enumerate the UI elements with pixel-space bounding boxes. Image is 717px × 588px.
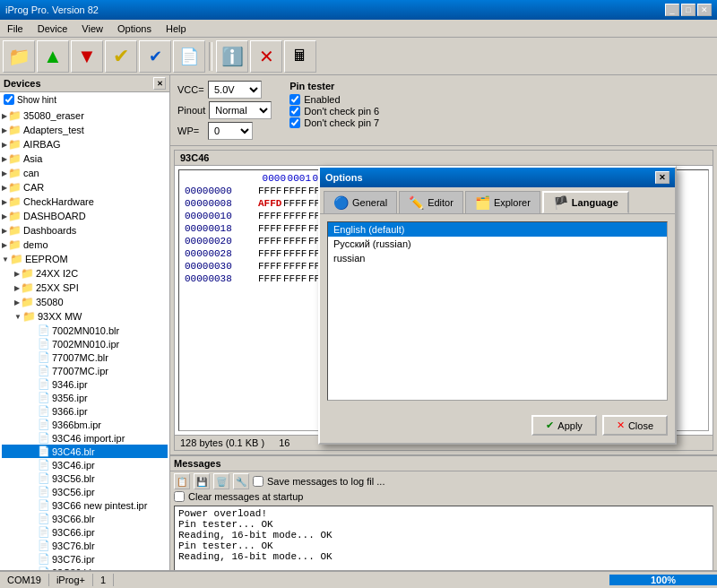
dialog-overlay: Options ✕ 🔵 General ✏️ Editor 🗂️ Explore… — [0, 0, 717, 588]
lang-english[interactable]: English (default) — [328, 222, 667, 237]
editor-icon: ✏️ — [409, 195, 424, 210]
lang-russian[interactable]: Русский (russian) — [328, 237, 667, 251]
lang-russian2[interactable]: russian — [328, 251, 667, 265]
options-dialog: Options ✕ 🔵 General ✏️ Editor 🗂️ Explore… — [318, 166, 677, 445]
dialog-title-bar: Options ✕ — [320, 168, 675, 187]
dialog-title-text: Options — [325, 172, 363, 183]
close-button[interactable]: ✕ Close — [602, 415, 668, 436]
language-icon: 🏴 — [553, 195, 568, 210]
tab-explorer-label: Explorer — [494, 197, 531, 208]
tab-general[interactable]: 🔵 General — [324, 191, 397, 213]
apply-label: Apply — [557, 420, 583, 431]
general-icon: 🔵 — [333, 195, 349, 210]
tab-explorer[interactable]: 🗂️ Explorer — [465, 191, 540, 213]
app-window: iProg Pro. Version 82 _ □ ✕ File Device … — [0, 0, 717, 588]
tab-language[interactable]: 🏴 Language — [542, 191, 629, 213]
apply-icon: ✔ — [546, 419, 554, 431]
dialog-content: English (default) Русский (russian) russ… — [320, 213, 675, 408]
explorer-icon: 🗂️ — [475, 195, 490, 210]
tab-editor[interactable]: ✏️ Editor — [399, 191, 463, 213]
tab-general-label: General — [352, 197, 387, 208]
dialog-close-button[interactable]: ✕ — [655, 171, 669, 184]
close-icon: ✕ — [617, 419, 625, 431]
dialog-buttons: ✔ Apply ✕ Close — [320, 408, 675, 443]
apply-button[interactable]: ✔ Apply — [531, 415, 597, 436]
language-list[interactable]: English (default) Русский (russian) russ… — [327, 221, 668, 401]
close-label: Close — [628, 420, 653, 431]
tab-language-label: Language — [572, 197, 618, 208]
dialog-tabs: 🔵 General ✏️ Editor 🗂️ Explorer 🏴 Langua… — [320, 187, 675, 213]
tab-editor-label: Editor — [428, 197, 454, 208]
